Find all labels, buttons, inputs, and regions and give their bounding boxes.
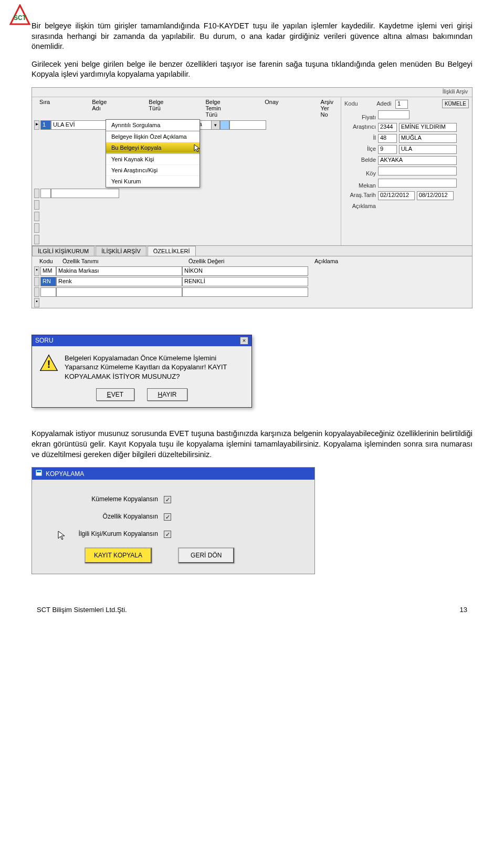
- group-label: İlişkili Arşiv: [443, 89, 468, 95]
- cell-empty[interactable]: [51, 189, 119, 198]
- row-marker[interactable]: [34, 212, 39, 221]
- evet-button[interactable]: EVET: [96, 388, 134, 401]
- menu-item-ozel-aciklama[interactable]: Belgeye İlişkin Özel Açıklama: [106, 131, 200, 142]
- subcell-deger[interactable]: NİKON: [182, 266, 308, 276]
- col-sira: Sıra: [39, 99, 50, 118]
- cell-empty[interactable]: [182, 287, 308, 297]
- row-marker[interactable]: ▸: [34, 120, 39, 130]
- kumele-button[interactable]: KÜMELE: [442, 99, 469, 108]
- window-icon: [35, 469, 43, 478]
- cell-onay[interactable]: [220, 120, 229, 130]
- col-belge-adi: Belge Adı: [92, 99, 107, 118]
- opt-kumeleme-label: Kümeleme Kopyalansın: [64, 495, 158, 503]
- svg-text:SCT: SCT: [14, 14, 27, 22]
- msgbox-title: SORU: [35, 337, 54, 344]
- dialog-title: KOPYALAMA: [46, 470, 84, 478]
- menu-item-yeni-kurum[interactable]: Yeni Kurum: [106, 176, 200, 187]
- cell-empty[interactable]: [56, 287, 182, 297]
- cell-arsiv[interactable]: [229, 120, 266, 130]
- context-menu: Ayrıntılı Sorgulama Belgeye İlişkin Özel…: [106, 119, 200, 188]
- il-code[interactable]: 48: [378, 134, 397, 143]
- checkbox-ozellik[interactable]: ✓: [164, 513, 171, 521]
- fiyati-field[interactable]: [378, 110, 410, 119]
- tab-ilgili-kisi[interactable]: İLGİLİ KİŞİ/KURUM: [32, 246, 94, 256]
- col-temin: Belge Temin Türü: [205, 99, 223, 118]
- screenshot-app-grid: İlişkili Arşiv Sıra Belge Adı Belge Türü…: [32, 87, 472, 308]
- cell-empty[interactable]: [40, 189, 51, 198]
- ilce-name[interactable]: ULA: [399, 145, 457, 154]
- row-marker[interactable]: [34, 223, 39, 233]
- mekan-label: Mekan: [344, 182, 376, 189]
- kayit-kopyala-button[interactable]: KAYIT KOPYALA: [85, 547, 152, 563]
- mekan-field[interactable]: [378, 179, 457, 188]
- adedi-field[interactable]: 1: [395, 100, 408, 109]
- subcol-tanim: Özellik Tanımı: [62, 258, 188, 264]
- row-marker[interactable]: [34, 287, 39, 297]
- tarih-label: Araş.Tarih: [344, 192, 376, 198]
- footer-company: SCT Bilişim Sistemleri Ltd.Şti.: [37, 606, 127, 614]
- col-belge-turu: Belge Türü: [149, 99, 163, 118]
- adedi-label: Adedi: [360, 100, 391, 107]
- arastirici-name[interactable]: EMİNE YILDIRIM: [399, 123, 457, 132]
- row-marker[interactable]: •: [34, 298, 39, 307]
- subcell-deger[interactable]: RENKLİ: [182, 277, 308, 286]
- opt-ilgili-label: İlgili Kişi/Kurum Kopyalansın: [64, 530, 158, 537]
- detail-panel: Kodu Adedi 1 KÜMELE Fiyatı Araştırıcı234…: [341, 97, 472, 245]
- footer-page: 13: [460, 606, 467, 614]
- hayir-button[interactable]: HAYIR: [147, 388, 188, 401]
- menu-item-yeni-kaynak[interactable]: Yeni Kaynak Kişi: [106, 153, 200, 165]
- paragraph-2: Girilecek yeni belge girilen belge ile b…: [32, 59, 472, 80]
- dropdown-icon[interactable]: ▾: [212, 120, 220, 130]
- koy-label: Köy: [344, 170, 376, 177]
- checkbox-ilgili[interactable]: ✓: [164, 531, 171, 538]
- il-label: İl: [344, 134, 376, 141]
- kodu-label: Kodu: [344, 100, 358, 107]
- row-marker[interactable]: [34, 277, 39, 286]
- il-name[interactable]: MUĞLA: [399, 134, 457, 143]
- menu-item-bu-belgeyi-kopyala[interactable]: Bu Belgeyi Kopyala: [106, 142, 200, 153]
- geri-don-button[interactable]: GERİ DÖN: [178, 547, 234, 563]
- msgbox-text: Belgeleri Kopyalamadan Önce Kümeleme İşl…: [65, 354, 244, 381]
- kopyalama-dialog: KOPYALAMA Kümeleme Kopyalansın ✓ Özellik…: [32, 467, 315, 574]
- svg-text:!: !: [47, 358, 51, 370]
- subcol-aciklama: Açıklama: [314, 258, 338, 264]
- subcol-kodu: Kodu: [39, 258, 62, 264]
- menu-item-ayrintili[interactable]: Ayrıntılı Sorgulama: [106, 120, 200, 131]
- tarih1-field[interactable]: 02/12/2012: [378, 191, 415, 200]
- svg-rect-5: [37, 471, 41, 472]
- ilce-code[interactable]: 9: [378, 145, 397, 154]
- col-arsiv: Arşiv Yer No: [321, 99, 333, 118]
- arastirici-code[interactable]: 2344: [378, 123, 397, 132]
- tab-strip: İLGİLİ KİŞİ/KURUM İLİŞKİLİ ARŞİV ÖZELLİK…: [32, 245, 472, 256]
- menu-item-yeni-arastirici[interactable]: Yeni Araştırıcı/Kişi: [106, 165, 200, 176]
- subcell-kodu[interactable]: RN: [40, 277, 56, 286]
- tarih2-field[interactable]: 08/12/2012: [417, 191, 454, 200]
- cell-empty[interactable]: [40, 287, 56, 297]
- arastirici-label: Araştırıcı: [344, 123, 376, 130]
- subcell-kodu[interactable]: MM: [40, 266, 56, 276]
- tab-iliskili-arsiv[interactable]: İLİŞKİLİ ARŞİV: [96, 246, 146, 256]
- row-marker[interactable]: [34, 189, 39, 198]
- row-marker[interactable]: •: [34, 266, 39, 276]
- sct-logo: SCT: [8, 4, 32, 29]
- koy-field[interactable]: [378, 167, 457, 175]
- subcol-deger: Özellik Değeri: [188, 258, 314, 264]
- cell-sira[interactable]: 1: [40, 120, 51, 130]
- aciklama-label: Açıklama: [344, 203, 376, 209]
- close-icon[interactable]: ×: [240, 337, 248, 345]
- belde-label: Belde: [344, 157, 376, 163]
- subcell-tanim[interactable]: Renk: [56, 277, 182, 286]
- row-marker[interactable]: [34, 200, 39, 210]
- belde-name[interactable]: AKYAKA: [378, 156, 457, 165]
- warning-icon: !: [39, 354, 58, 372]
- row-marker[interactable]: [34, 235, 39, 244]
- menu-item-label: Bu Belgeyi Kopyala: [111, 144, 161, 151]
- cursor-icon: [57, 530, 68, 542]
- cursor-icon: [193, 143, 203, 154]
- checkbox-kumeleme[interactable]: ✓: [164, 496, 171, 503]
- tab-ozellikleri[interactable]: ÖZELLİKLERİ: [148, 246, 196, 256]
- paragraph-1: Bir belgeye ilişkin tüm girişler tamamla…: [32, 21, 472, 52]
- svg-rect-4: [36, 470, 42, 476]
- subcell-tanim[interactable]: Makina Markası: [56, 266, 182, 276]
- messagebox-soru: SORU × ! Belgeleri Kopyalamadan Önce Küm…: [32, 335, 252, 408]
